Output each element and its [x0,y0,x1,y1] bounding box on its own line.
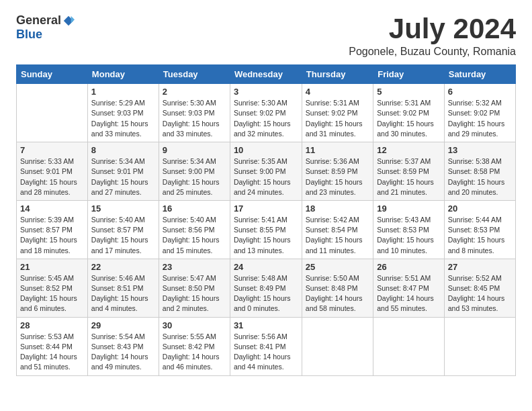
calendar-cell: 5Sunrise: 5:31 AM Sunset: 9:02 PM Daylig… [373,84,445,142]
weekday-header: Wednesday [230,65,302,84]
calendar-cell: 20Sunrise: 5:44 AM Sunset: 8:53 PM Dayli… [444,200,515,259]
calendar-cell [444,317,515,375]
day-number: 21 [20,262,84,272]
day-number: 2 [163,87,226,97]
calendar-cell [373,317,445,375]
weekday-header: Sunday [17,65,88,84]
logo: General Blue [16,13,75,42]
day-info: Sunrise: 5:52 AM Sunset: 8:45 PM Dayligh… [448,273,512,314]
day-number: 15 [91,203,155,214]
day-number: 28 [20,320,84,330]
day-number: 17 [234,203,298,214]
calendar-cell: 1Sunrise: 5:29 AM Sunset: 9:03 PM Daylig… [87,84,159,142]
day-number: 10 [234,145,298,155]
calendar-cell: 13Sunrise: 5:38 AM Sunset: 8:58 PM Dayli… [444,142,515,201]
title-block: July 2024 Pogonele, Buzau County, Romani… [349,13,516,58]
day-number: 23 [163,262,226,272]
calendar-cell: 4Sunrise: 5:31 AM Sunset: 9:02 PM Daylig… [302,84,373,142]
day-number: 22 [91,262,155,272]
day-number: 16 [163,203,226,214]
day-number: 30 [163,320,226,330]
calendar-week-row: 28Sunrise: 5:53 AM Sunset: 8:44 PM Dayli… [17,317,516,375]
day-info: Sunrise: 5:42 AM Sunset: 8:54 PM Dayligh… [306,215,369,256]
calendar-week-row: 1Sunrise: 5:29 AM Sunset: 9:03 PM Daylig… [17,84,516,142]
calendar-cell: 26Sunrise: 5:51 AM Sunset: 8:47 PM Dayli… [373,259,445,317]
calendar-cell: 23Sunrise: 5:47 AM Sunset: 8:50 PM Dayli… [159,259,230,317]
calendar-cell: 12Sunrise: 5:37 AM Sunset: 8:59 PM Dayli… [373,142,445,201]
day-info: Sunrise: 5:47 AM Sunset: 8:50 PM Dayligh… [163,273,226,314]
weekday-header: Tuesday [159,65,230,84]
weekday-header-row: SundayMondayTuesdayWednesdayThursdayFrid… [17,65,516,84]
day-number: 19 [377,203,441,214]
logo-blue-text: Blue [16,28,42,41]
calendar-cell: 24Sunrise: 5:48 AM Sunset: 8:49 PM Dayli… [230,259,302,317]
day-info: Sunrise: 5:44 AM Sunset: 8:53 PM Dayligh… [448,215,512,256]
day-number: 20 [448,203,512,214]
calendar-week-row: 7Sunrise: 5:33 AM Sunset: 9:01 PM Daylig… [17,142,516,201]
day-info: Sunrise: 5:48 AM Sunset: 8:49 PM Dayligh… [234,273,298,314]
calendar-week-row: 21Sunrise: 5:45 AM Sunset: 8:52 PM Dayli… [17,259,516,317]
day-info: Sunrise: 5:45 AM Sunset: 8:52 PM Dayligh… [20,273,84,314]
day-info: Sunrise: 5:33 AM Sunset: 9:01 PM Dayligh… [20,156,84,197]
day-number: 8 [91,145,155,155]
day-info: Sunrise: 5:32 AM Sunset: 9:02 PM Dayligh… [448,98,512,139]
day-number: 6 [448,87,512,97]
logo-icon [62,15,75,27]
calendar-cell: 2Sunrise: 5:30 AM Sunset: 9:03 PM Daylig… [159,84,230,142]
calendar-cell: 30Sunrise: 5:55 AM Sunset: 8:42 PM Dayli… [159,317,230,375]
day-number: 31 [234,320,298,330]
day-number: 3 [234,87,298,97]
day-number: 24 [234,262,298,272]
day-info: Sunrise: 5:50 AM Sunset: 8:48 PM Dayligh… [306,273,369,314]
day-number: 4 [306,87,369,97]
location-title: Pogonele, Buzau County, Romania [349,46,516,58]
calendar-cell: 9Sunrise: 5:34 AM Sunset: 9:00 PM Daylig… [159,142,230,201]
calendar-cell: 7Sunrise: 5:33 AM Sunset: 9:01 PM Daylig… [17,142,88,201]
day-number: 5 [377,87,441,97]
weekday-header: Friday [373,65,445,84]
day-number: 14 [20,203,84,214]
day-info: Sunrise: 5:46 AM Sunset: 8:51 PM Dayligh… [91,273,155,314]
weekday-header: Saturday [444,65,515,84]
day-info: Sunrise: 5:29 AM Sunset: 9:03 PM Dayligh… [91,98,155,139]
calendar-cell: 3Sunrise: 5:30 AM Sunset: 9:02 PM Daylig… [230,84,302,142]
calendar-cell [17,84,88,142]
weekday-header: Thursday [302,65,373,84]
calendar-cell: 14Sunrise: 5:39 AM Sunset: 8:57 PM Dayli… [17,200,88,259]
day-number: 25 [306,262,369,272]
calendar-cell: 31Sunrise: 5:56 AM Sunset: 8:41 PM Dayli… [230,317,302,375]
day-number: 27 [448,262,512,272]
day-number: 26 [377,262,441,272]
calendar-cell: 28Sunrise: 5:53 AM Sunset: 8:44 PM Dayli… [17,317,88,375]
day-number: 29 [91,320,155,330]
day-number: 1 [91,87,155,97]
calendar-cell: 19Sunrise: 5:43 AM Sunset: 8:53 PM Dayli… [373,200,445,259]
day-info: Sunrise: 5:34 AM Sunset: 9:00 PM Dayligh… [163,156,226,197]
logo-general-text: General [16,13,61,28]
calendar-cell: 29Sunrise: 5:54 AM Sunset: 8:43 PM Dayli… [87,317,159,375]
day-info: Sunrise: 5:54 AM Sunset: 8:43 PM Dayligh… [91,332,155,373]
day-info: Sunrise: 5:31 AM Sunset: 9:02 PM Dayligh… [306,98,369,139]
day-info: Sunrise: 5:30 AM Sunset: 9:03 PM Dayligh… [163,98,226,139]
svg-marker-1 [71,15,75,23]
calendar-cell: 8Sunrise: 5:34 AM Sunset: 9:01 PM Daylig… [87,142,159,201]
day-info: Sunrise: 5:55 AM Sunset: 8:42 PM Dayligh… [163,332,226,373]
day-number: 7 [20,145,84,155]
day-info: Sunrise: 5:31 AM Sunset: 9:02 PM Dayligh… [377,98,441,139]
calendar-cell: 17Sunrise: 5:41 AM Sunset: 8:55 PM Dayli… [230,200,302,259]
month-title: July 2024 [349,13,516,44]
day-info: Sunrise: 5:40 AM Sunset: 8:57 PM Dayligh… [91,215,155,256]
day-number: 9 [163,145,226,155]
weekday-header: Monday [87,65,159,84]
day-info: Sunrise: 5:41 AM Sunset: 8:55 PM Dayligh… [234,215,298,256]
day-info: Sunrise: 5:43 AM Sunset: 8:53 PM Dayligh… [377,215,441,256]
day-info: Sunrise: 5:38 AM Sunset: 8:58 PM Dayligh… [448,156,512,197]
day-number: 12 [377,145,441,155]
day-info: Sunrise: 5:37 AM Sunset: 8:59 PM Dayligh… [377,156,441,197]
calendar-cell: 25Sunrise: 5:50 AM Sunset: 8:48 PM Dayli… [302,259,373,317]
calendar-cell: 22Sunrise: 5:46 AM Sunset: 8:51 PM Dayli… [87,259,159,317]
day-info: Sunrise: 5:56 AM Sunset: 8:41 PM Dayligh… [234,332,298,373]
calendar-cell: 6Sunrise: 5:32 AM Sunset: 9:02 PM Daylig… [444,84,515,142]
day-info: Sunrise: 5:40 AM Sunset: 8:56 PM Dayligh… [163,215,226,256]
day-info: Sunrise: 5:35 AM Sunset: 9:00 PM Dayligh… [234,156,298,197]
